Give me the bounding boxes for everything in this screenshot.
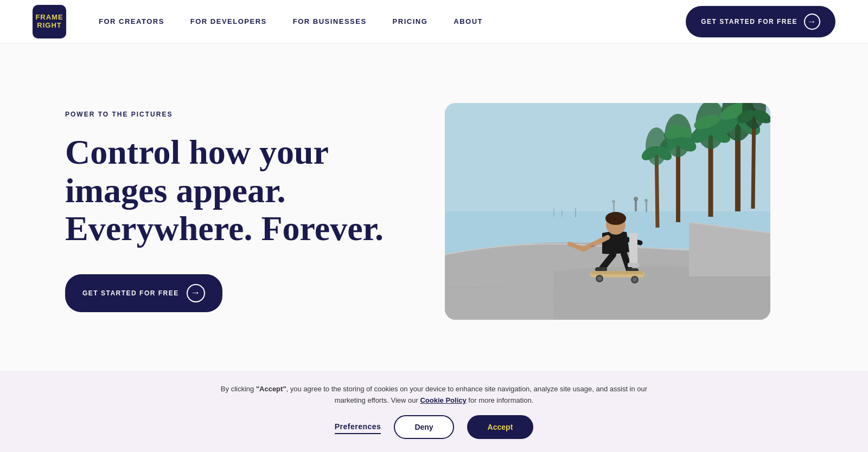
header-cta-button[interactable]: GET STARTED FOR FREE →	[686, 6, 835, 37]
svg-point-27	[634, 197, 638, 201]
hero-cta-label: GET STARTED FOR FREE	[82, 289, 179, 297]
hero-section: POWER TO THE PICTURES Control how your i…	[0, 43, 868, 379]
svg-rect-26	[635, 201, 637, 211]
header: FRAMERIGHT FOR CREATORS FOR DEVELOPERS F…	[0, 0, 868, 43]
skate-scene-svg	[445, 103, 770, 320]
hero-eyebrow: POWER TO THE PICTURES	[65, 111, 412, 118]
header-cta-label: GET STARTED FOR FREE	[701, 18, 797, 25]
svg-rect-41	[595, 267, 607, 272]
svg-rect-50	[561, 210, 563, 217]
hero-arrow-icon: →	[187, 284, 205, 302]
nav: FOR CREATORS FOR DEVELOPERS FOR BUSINESS…	[99, 17, 686, 25]
cookie-accept-bold: "Accept"	[256, 385, 286, 393]
nav-item-about[interactable]: ABOUT	[454, 17, 483, 25]
cookie-buttons: Preferences Deny Accept	[335, 415, 534, 439]
nav-item-for-developers[interactable]: FOR DEVELOPERS	[190, 17, 267, 25]
hero-headline: Control how your images appear. Everywhe…	[65, 133, 412, 248]
svg-rect-52	[629, 233, 637, 266]
svg-rect-53	[628, 263, 639, 267]
hero-right	[445, 103, 770, 320]
cookie-text: By clicking "Accept", you agree to the s…	[206, 384, 662, 406]
cookie-banner: By clicking "Accept", you agree to the s…	[0, 371, 868, 452]
svg-rect-44	[591, 271, 643, 274]
svg-rect-51	[575, 208, 576, 217]
hero-left: POWER TO THE PICTURES Control how your i…	[65, 111, 445, 312]
svg-rect-28	[646, 202, 647, 212]
logo-text: FRAMERIGHT	[35, 14, 63, 29]
nav-item-pricing[interactable]: PRICING	[393, 17, 428, 25]
svg-rect-49	[553, 209, 554, 217]
cookie-policy-link[interactable]: Cookie Policy	[420, 396, 466, 404]
svg-rect-30	[613, 203, 615, 212]
svg-point-48	[633, 277, 637, 282]
nav-item-for-businesses[interactable]: FOR BUSINESSES	[293, 17, 367, 25]
svg-point-46	[597, 276, 602, 281]
svg-point-40	[605, 212, 626, 225]
logo[interactable]: FRAMERIGHT	[33, 5, 66, 38]
nav-item-for-creators[interactable]: FOR CREATORS	[99, 17, 164, 25]
header-arrow-icon: →	[804, 14, 820, 30]
svg-point-29	[644, 199, 648, 202]
hero-cta-button[interactable]: GET STARTED FOR FREE →	[65, 274, 222, 312]
preferences-button[interactable]: Preferences	[335, 420, 381, 434]
svg-point-31	[612, 200, 615, 203]
accept-button[interactable]: Accept	[467, 415, 534, 439]
hero-image	[445, 103, 770, 320]
deny-button[interactable]: Deny	[394, 415, 454, 439]
